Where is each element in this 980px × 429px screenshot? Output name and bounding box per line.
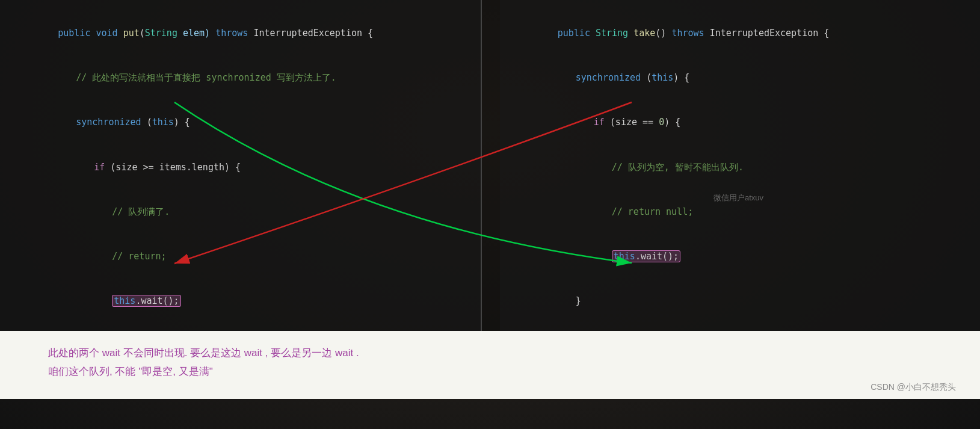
code-line-wait-left: this.wait(); xyxy=(14,279,466,324)
bottom-line1: 此处的两个 wait 不会同时出现. 要么是这边 wait , 要么是另一边 w… xyxy=(48,347,359,359)
code-line: if (size == 0) { xyxy=(514,100,966,145)
code-line: synchronized (this) { xyxy=(514,55,966,100)
main-container: public void put(String elem) throws Inte… xyxy=(0,0,980,429)
code-line-wait-right: this.wait(); xyxy=(514,234,966,279)
bottom-text-area: 此处的两个 wait 不会同时出现. 要么是这边 wait , 要么是另一边 w… xyxy=(0,331,980,399)
right-code-panel: public String take() throws InterruptedE… xyxy=(500,0,981,331)
code-line: } xyxy=(14,324,466,331)
code-line: // 队列满了. xyxy=(14,190,466,234)
left-code-panel: public void put(String elem) throws Inte… xyxy=(0,0,482,331)
code-line: // 队列为空, 暂时不能出队列. xyxy=(514,145,966,190)
method-name: put xyxy=(123,28,140,39)
highlight-wait-left: this.wait(); xyxy=(112,295,180,307)
csdn-credit: CSDN @小白不想秃头 xyxy=(871,382,956,393)
code-line: public String take() throws InterruptedE… xyxy=(514,11,966,55)
code-line: synchronized (this) { xyxy=(14,100,466,145)
bottom-line2: 咱们这个队列, 不能 "即是空, 又是满" xyxy=(48,366,213,377)
keyword: void xyxy=(96,28,123,39)
code-panels: public void put(String elem) throws Inte… xyxy=(0,0,980,331)
code-line: public void put(String elem) throws Inte… xyxy=(14,11,466,55)
highlight-wait-right: this.wait(); xyxy=(612,250,680,262)
code-line: } xyxy=(514,279,966,324)
code-line: String elem = items[head]; xyxy=(514,324,966,331)
keyword: public xyxy=(58,28,96,39)
code-line: // 此处的写法就相当于直接把 synchronized 写到方法上了. xyxy=(14,55,466,100)
bottom-paragraph: 此处的两个 wait 不会同时出现. 要么是这边 wait , 要么是另一边 w… xyxy=(48,344,932,381)
panel-gap xyxy=(482,0,500,331)
code-line: if (size >= items.length) { xyxy=(14,145,466,190)
code-line: // return; xyxy=(14,234,466,279)
watermark: 微信用户atxuv xyxy=(713,191,763,204)
